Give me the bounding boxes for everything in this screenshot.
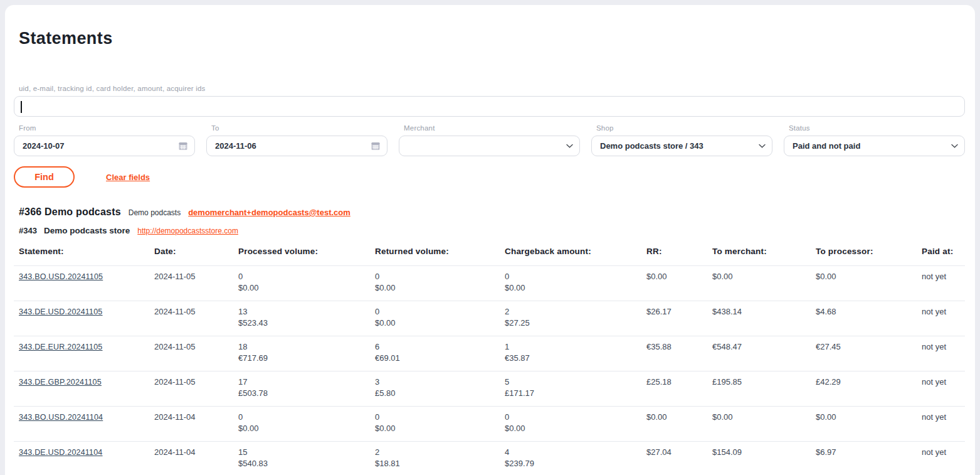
merchant-email-link[interactable]: demomerchant+demopodcasts@test.com [188, 208, 350, 217]
returned-amount: $0.00 [375, 318, 500, 329]
processed-amount: $540.83 [238, 458, 370, 469]
chargeback-count: 0 [505, 271, 641, 282]
returned-volume-cell: 0 $0.00 [370, 412, 500, 441]
date-cell: 2024-11-04 [149, 447, 233, 475]
table-row: 343.DE.EUR.20241105 2024-11-05 18 €717.6… [14, 336, 965, 371]
statement-link[interactable]: 343.BO.USD.20241104 [19, 413, 103, 422]
date-cell: 2024-11-04 [149, 412, 233, 441]
returned-count: 0 [375, 306, 500, 318]
date-cell: 2024-11-05 [149, 306, 233, 336]
processed-count: 18 [238, 341, 370, 353]
processed-count: 0 [238, 271, 370, 282]
col-header-processed: Processed volume: [233, 247, 370, 256]
processed-count: 0 [238, 412, 370, 423]
shop-info: #343 Demo podcasts store http://demopodc… [19, 226, 965, 235]
to-processor-cell: £42.29 [811, 376, 917, 406]
calendar-icon[interactable] [178, 141, 188, 151]
returned-count: 2 [375, 447, 500, 458]
chargeback-count: 0 [505, 412, 641, 423]
merchant-subtitle: Demo podcasts [129, 208, 181, 217]
returned-amount: $0.00 [375, 282, 500, 294]
from-label: From [19, 124, 195, 132]
statement-link[interactable]: 343.BO.USD.20241105 [19, 272, 103, 281]
search-label: uid, e-mail, tracking id, card holder, a… [19, 85, 965, 92]
date-cell: 2024-11-05 [149, 376, 233, 406]
rr-cell: $0.00 [641, 412, 707, 441]
returned-amount: $0.00 [375, 423, 500, 434]
statement-cell: 343.DE.GBP.20241105 [14, 376, 149, 406]
filters-row: From 2024-10-07 [14, 124, 965, 156]
paid-at-cell: not yet [917, 306, 965, 336]
processed-amount: $0.00 [238, 282, 370, 294]
table-row: 343.DE.GBP.20241105 2024-11-05 17 £503.7… [14, 371, 965, 407]
shop-url-link[interactable]: http://demopodcastsstore.com [137, 227, 238, 235]
paid-at-cell: not yet [917, 447, 965, 475]
statement-cell: 343.DE.USD.20241104 [14, 447, 149, 475]
processed-volume-cell: 0 $0.00 [233, 271, 370, 301]
chargeback-count: 1 [505, 341, 641, 353]
chargeback-amount: $0.00 [505, 423, 641, 434]
to-processor-cell: $0.00 [811, 271, 917, 301]
col-header-to-merchant: To merchant: [707, 247, 811, 256]
returned-volume-cell: 0 $0.00 [370, 271, 500, 301]
processed-amount: €717.69 [238, 353, 370, 364]
shop-field: Shop Demo podcasts store / 343 [591, 124, 772, 156]
col-header-chargeback: Chargeback amount: [500, 247, 641, 256]
paid-at-cell: not yet [917, 341, 965, 371]
merchant-info: #366 Demo podcasts Demo podcasts demomer… [19, 206, 965, 218]
chargeback-amount: $239.79 [505, 458, 641, 469]
processed-volume-cell: 15 $540.83 [233, 447, 370, 475]
to-processor-cell: €27.45 [811, 341, 917, 371]
statement-cell: 343.BO.USD.20241104 [14, 412, 149, 441]
shop-id: #343 [19, 226, 37, 235]
chargeback-count: 4 [505, 447, 641, 458]
processed-amount: $0.00 [238, 423, 370, 434]
processed-volume-cell: 0 $0.00 [233, 412, 370, 441]
chargeback-cell: 4 $239.79 [500, 447, 641, 475]
status-select[interactable]: Paid and not paid [784, 136, 965, 156]
returned-amount: £5.80 [375, 388, 500, 399]
statement-link[interactable]: 343.DE.USD.20241104 [19, 448, 103, 457]
search-input[interactable] [14, 97, 964, 116]
rr-cell: $0.00 [641, 271, 707, 301]
processed-amount: £503.78 [238, 388, 370, 399]
clear-fields-link[interactable]: Clear fields [106, 173, 150, 182]
col-header-to-processor: To processor: [811, 247, 917, 256]
paid-at-cell: not yet [917, 376, 965, 406]
statement-link[interactable]: 343.DE.USD.20241105 [19, 307, 103, 316]
from-field: From 2024-10-07 [14, 124, 195, 156]
from-date-input[interactable]: 2024-10-07 [14, 136, 195, 156]
returned-count: 3 [375, 376, 500, 388]
table-body: 343.BO.USD.20241105 2024-11-05 0 $0.00 0… [14, 266, 965, 475]
find-button[interactable]: Find [14, 166, 75, 188]
merchant-select[interactable] [399, 136, 580, 156]
chargeback-count: 5 [505, 376, 641, 388]
to-merchant-cell: £195.85 [707, 376, 811, 406]
chargeback-amount: €35.87 [505, 353, 641, 364]
chargeback-amount: £171.17 [505, 388, 641, 399]
chargeback-cell: 0 $0.00 [500, 271, 641, 301]
table-row: 343.DE.USD.20241105 2024-11-05 13 $523.4… [14, 301, 965, 336]
page-title: Statements [19, 29, 965, 48]
rr-cell: $27.04 [641, 447, 707, 475]
to-processor-cell: $6.97 [811, 447, 917, 475]
calendar-icon[interactable] [371, 141, 381, 151]
to-date-input[interactable]: 2024-11-06 [206, 136, 387, 156]
date-cell: 2024-11-05 [149, 271, 233, 301]
shop-select[interactable]: Demo podcasts store / 343 [591, 136, 772, 156]
to-date-value: 2024-11-06 [215, 141, 256, 151]
col-header-returned: Returned volume: [370, 247, 500, 256]
processed-count: 15 [238, 447, 370, 458]
returned-volume-cell: 6 €69.01 [370, 341, 500, 371]
statement-link[interactable]: 343.DE.EUR.20241105 [19, 343, 103, 351]
shop-select-value: Demo podcasts store / 343 [600, 141, 703, 151]
date-cell: 2024-11-05 [149, 341, 233, 371]
to-merchant-cell: $438.14 [707, 306, 811, 336]
statements-card: Statements uid, e-mail, tracking id, car… [5, 5, 975, 475]
to-processor-cell: $0.00 [811, 412, 917, 441]
search-box[interactable] [14, 96, 965, 117]
status-field: Status Paid and not paid [784, 124, 965, 156]
merchant-title: #366 Demo podcasts [19, 206, 121, 218]
actions-row: Find Clear fields [14, 166, 965, 188]
statement-link[interactable]: 343.DE.GBP.20241105 [19, 378, 102, 387]
